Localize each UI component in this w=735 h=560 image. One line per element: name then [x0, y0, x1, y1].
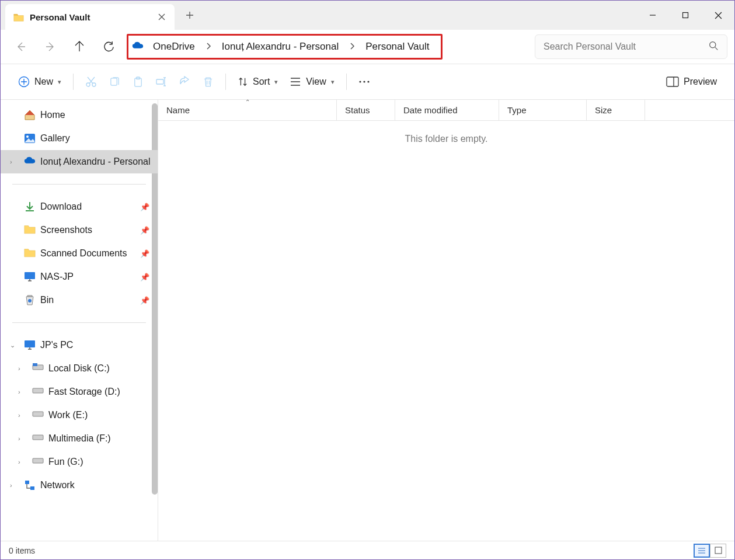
chevron-right-icon[interactable]: ›	[10, 158, 12, 165]
chevron-right-icon[interactable]: ›	[18, 388, 20, 395]
minimize-button[interactable]	[636, 1, 669, 30]
toolbar: New ▾ Sort ▾ View ▾ Preview	[1, 64, 734, 100]
search-box[interactable]	[535, 34, 727, 59]
breadcrumb-segment[interactable]: Personal Vault	[360, 41, 435, 53]
sort-button[interactable]: Sort ▾	[232, 70, 284, 93]
column-header-type[interactable]: Type	[499, 100, 587, 120]
onedrive-icon	[24, 156, 36, 168]
more-button[interactable]	[353, 70, 376, 93]
monitor-icon	[24, 271, 36, 283]
svg-point-9	[359, 81, 361, 82]
svg-point-16	[28, 299, 32, 302]
pin-icon: 📌	[140, 249, 149, 258]
search-icon[interactable]	[709, 41, 719, 53]
rename-button[interactable]	[149, 70, 173, 93]
download-icon	[24, 201, 36, 213]
folder-icon	[24, 248, 36, 259]
sidebar-item-label: Home	[40, 110, 65, 120]
chevron-down-icon[interactable]: ⌄	[10, 342, 15, 349]
bin-icon	[24, 294, 36, 306]
thumbnails-view-toggle[interactable]	[710, 544, 726, 558]
sidebar-item-download[interactable]: Download 📌	[1, 195, 158, 218]
sidebar: Home Gallery › Ionuț Alexandru - Persona…	[1, 100, 158, 541]
tab-title: Personal Vault	[30, 12, 157, 22]
new-tab-button[interactable]	[178, 4, 201, 27]
sidebar-item-label: Multimedia (F:)	[48, 433, 111, 444]
new-button[interactable]: New ▾	[12, 70, 67, 93]
breadcrumb[interactable]: OneDrive Ionuț Alexandru - Personal Pers…	[127, 34, 443, 60]
pin-icon: 📌	[140, 226, 149, 235]
back-button[interactable]	[8, 33, 34, 60]
breadcrumb-segment[interactable]: OneDrive	[147, 41, 201, 53]
chevron-right-icon[interactable]: ›	[18, 412, 20, 419]
share-button[interactable]	[173, 70, 196, 93]
column-headers: ⌃ Name Status Date modified Type Size	[158, 100, 734, 121]
svg-rect-8	[156, 79, 163, 84]
disk-icon	[32, 433, 44, 444]
svg-rect-23	[33, 458, 43, 463]
breadcrumb-segment[interactable]: Ionuț Alexandru - Personal	[216, 41, 344, 53]
close-icon[interactable]	[157, 12, 166, 22]
column-header-size[interactable]: Size	[587, 100, 645, 120]
delete-button[interactable]	[196, 70, 220, 93]
sidebar-item-drive-d[interactable]: › Fast Storage (D:)	[1, 380, 158, 404]
sidebar-item-pc[interactable]: ⌄ JP's PC	[1, 333, 158, 357]
copy-button[interactable]	[103, 70, 126, 93]
svg-point-11	[367, 81, 369, 82]
onedrive-icon	[132, 41, 144, 53]
paste-button[interactable]	[126, 70, 149, 93]
chevron-right-icon[interactable]: ›	[10, 482, 12, 489]
sidebar-item-scanned[interactable]: Scanned Documents 📌	[1, 242, 158, 265]
item-count: 0 items	[9, 546, 35, 555]
up-button[interactable]	[66, 33, 93, 60]
preview-button[interactable]: Preview	[660, 70, 723, 93]
pin-icon: 📌	[140, 273, 149, 281]
sidebar-item-nas[interactable]: NAS-JP 📌	[1, 265, 158, 288]
empty-folder-text: This folder is empty.	[158, 121, 734, 144]
chevron-right-icon[interactable]: ›	[18, 365, 20, 372]
sidebar-item-screenshots[interactable]: Screenshots 📌	[1, 218, 158, 242]
search-input[interactable]	[544, 41, 709, 52]
sidebar-item-onedrive[interactable]: › Ionuț Alexandru - Personal	[1, 150, 158, 173]
maximize-button[interactable]	[669, 1, 702, 30]
column-header-name[interactable]: ⌃ Name	[158, 100, 337, 120]
column-header-status[interactable]: Status	[337, 100, 395, 120]
sidebar-item-drive-c[interactable]: › Local Disk (C:)	[1, 357, 158, 380]
column-header-date[interactable]: Date modified	[395, 100, 499, 120]
cut-button[interactable]	[79, 70, 103, 93]
sidebar-item-drive-f[interactable]: › Multimedia (F:)	[1, 427, 158, 450]
svg-point-14	[26, 135, 29, 138]
disk-icon	[32, 386, 44, 398]
chevron-right-icon[interactable]: ›	[18, 458, 20, 465]
disk-icon	[32, 409, 44, 421]
sidebar-item-drive-g[interactable]: › Fun (G:)	[1, 450, 158, 474]
sidebar-item-label: Bin	[40, 295, 54, 305]
gallery-icon	[24, 133, 36, 144]
sidebar-item-label: Download	[40, 201, 82, 212]
chevron-down-icon: ▾	[274, 78, 278, 86]
sidebar-item-label: Work (E:)	[48, 410, 88, 420]
sidebar-item-bin[interactable]: Bin 📌	[1, 288, 158, 312]
svg-rect-22	[33, 435, 43, 440]
tab-personal-vault[interactable]: Personal Vault	[5, 4, 175, 30]
sidebar-item-gallery[interactable]: Gallery	[1, 127, 158, 150]
sidebar-item-home[interactable]: Home	[1, 103, 158, 127]
sidebar-item-drive-e[interactable]: › Work (E:)	[1, 404, 158, 427]
details-view-toggle[interactable]	[694, 544, 710, 558]
sidebar-item-network[interactable]: › Network	[1, 474, 158, 497]
svg-rect-12	[667, 77, 678, 86]
close-window-button[interactable]	[702, 1, 734, 30]
sort-indicator-icon: ⌃	[245, 99, 250, 105]
svg-rect-19	[33, 363, 37, 366]
new-label: New	[34, 76, 53, 87]
chevron-right-icon[interactable]: ›	[18, 435, 20, 442]
sidebar-item-label: Scanned Documents	[40, 248, 127, 259]
svg-rect-17	[25, 340, 35, 347]
disk-icon	[32, 363, 44, 374]
refresh-button[interactable]	[95, 33, 122, 60]
view-button[interactable]: View ▾	[284, 70, 340, 93]
view-label: View	[306, 76, 326, 87]
svg-rect-24	[25, 481, 29, 484]
sort-label: Sort	[253, 76, 270, 87]
forward-button[interactable]	[37, 33, 64, 60]
